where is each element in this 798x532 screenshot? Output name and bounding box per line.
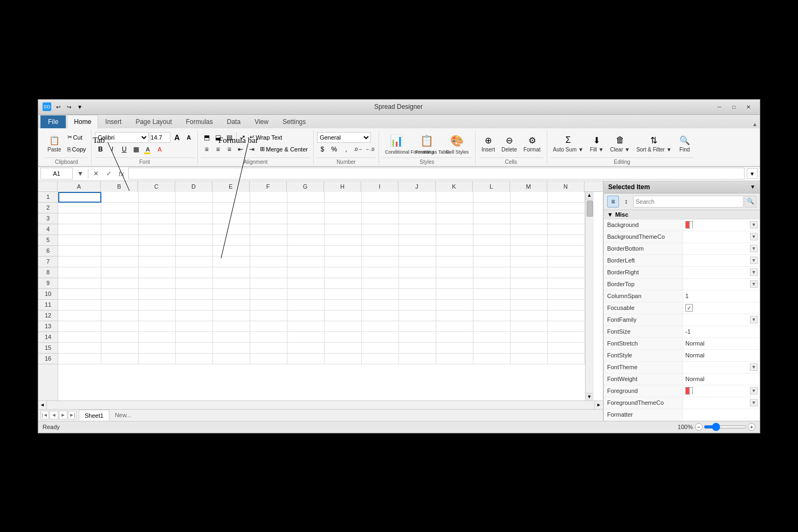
prop-value-font-stretch[interactable]: Normal <box>683 338 760 349</box>
format-btn[interactable]: ⚙ Format <box>521 132 544 154</box>
formula-confirm-btn[interactable]: ✓ <box>104 168 114 179</box>
sort-filter-btn[interactable]: ⇅ Sort & Filter ▼ <box>634 132 674 154</box>
row-1[interactable]: 1 <box>38 192 58 203</box>
border-bottom-dropdown[interactable]: ▼ <box>750 245 758 252</box>
row-11[interactable]: 11 <box>38 300 58 310</box>
scroll-thumb[interactable] <box>587 201 593 217</box>
paste-button[interactable]: 📋 Paste <box>45 132 64 154</box>
cell-a2[interactable] <box>58 203 101 213</box>
sheet-next-btn[interactable]: ► <box>59 411 67 419</box>
copy-button[interactable]: ⎘ Copy <box>65 144 88 155</box>
zoom-out-btn[interactable]: − <box>695 423 703 431</box>
focusable-checkbox[interactable]: ✓ <box>685 304 693 312</box>
row-3[interactable]: 3 <box>38 213 58 224</box>
prop-value-focusable[interactable]: ✓ <box>683 302 760 314</box>
scroll-down-btn[interactable]: ▼ <box>586 393 593 400</box>
align-left-btn[interactable]: ≡ <box>201 144 212 155</box>
ribbon-collapse[interactable]: ▲ <box>752 121 758 127</box>
row-7[interactable]: 7 <box>38 257 58 267</box>
conditional-formatting-btn[interactable]: 📊 Conditional Formatting <box>382 130 411 156</box>
row-9[interactable]: 9 <box>38 278 58 289</box>
prop-list-view-btn[interactable]: ≡ <box>607 196 619 208</box>
percent-btn[interactable]: % <box>329 144 340 155</box>
col-header-b[interactable]: B <box>101 181 138 192</box>
cell-l1[interactable] <box>473 192 511 203</box>
prop-value-border-bottom[interactable]: ▼ <box>683 243 760 254</box>
col-header-n[interactable]: N <box>547 181 584 192</box>
tab-home[interactable]: Home <box>67 115 98 129</box>
increase-decimal-btn[interactable]: .0→ <box>353 144 363 155</box>
tab-formulas[interactable]: Formulas <box>179 115 220 128</box>
italic-button[interactable]: I <box>107 144 118 155</box>
property-search-btn[interactable]: 🔍 <box>745 196 756 208</box>
tab-file[interactable]: File <box>40 115 66 128</box>
col-header-j[interactable]: J <box>398 181 436 192</box>
delete-btn[interactable]: ⊖ Delete <box>499 132 520 154</box>
cell-b1[interactable] <box>101 192 139 203</box>
decrease-decimal-btn[interactable]: ←.0 <box>364 144 375 155</box>
row-10[interactable]: 10 <box>38 289 58 300</box>
col-header-h[interactable]: H <box>324 181 361 192</box>
cut-button[interactable]: ✂ Cut <box>65 132 88 143</box>
cell-f1[interactable] <box>250 192 287 203</box>
insert-btn[interactable]: ⊕ Insert <box>479 132 498 154</box>
col-header-k[interactable]: K <box>436 181 473 192</box>
formula-bar-expand[interactable]: ▼ <box>747 168 758 179</box>
format-as-table-btn[interactable]: 📋 Format as Table <box>412 130 442 156</box>
underline-button[interactable]: U <box>119 144 129 155</box>
wrap-text-btn[interactable]: ↵ Wrap Text <box>247 132 284 143</box>
col-header-m[interactable]: M <box>510 181 547 192</box>
sheet-tab-new[interactable]: New... <box>111 410 136 420</box>
row-15[interactable]: 15 <box>38 343 58 354</box>
prop-value-font-size[interactable]: -1 <box>683 326 760 337</box>
prop-value-border-left[interactable]: ▼ <box>683 255 760 266</box>
cell-reference[interactable] <box>40 168 73 179</box>
fill-color-btn[interactable]: A <box>142 144 153 155</box>
prop-value-bg-theme[interactable]: ▼ <box>683 231 760 243</box>
row-8[interactable]: 8 <box>38 267 58 278</box>
col-header-c[interactable]: C <box>138 181 175 192</box>
undo-btn[interactable]: ↩ <box>53 102 63 112</box>
sheet-tab-sheet1[interactable]: Sheet1 <box>79 410 109 420</box>
close-btn[interactable]: ✕ <box>741 101 755 112</box>
cell-n1[interactable] <box>548 192 585 203</box>
zoom-in-btn[interactable]: + <box>748 423 755 431</box>
clear-btn[interactable]: 🗑 Clear ▼ <box>608 132 633 154</box>
border-top-dropdown[interactable]: ▼ <box>750 280 758 288</box>
cell-k1[interactable] <box>436 192 473 203</box>
row-16[interactable]: 16 <box>38 354 58 364</box>
misc-group-header[interactable]: ▼ Misc <box>604 210 760 219</box>
prop-sort-btn[interactable]: ↕ <box>620 196 632 208</box>
col-header-f[interactable]: F <box>250 181 287 192</box>
align-bottom-btn[interactable]: ▤ <box>224 132 235 143</box>
prop-value-column-span[interactable]: 1 <box>683 291 760 302</box>
prop-value-font-weight[interactable]: Normal <box>683 374 760 385</box>
find-btn[interactable]: 🔍 Find <box>676 132 694 154</box>
prop-value-border-right[interactable]: ▼ <box>683 267 760 278</box>
col-header-l[interactable]: L <box>473 181 510 192</box>
v-scrollbar[interactable]: ▲ ▼ <box>585 192 594 400</box>
prop-value-fg-theme[interactable]: ▼ <box>683 397 760 409</box>
border-right-dropdown[interactable]: ▼ <box>750 268 758 276</box>
comma-btn[interactable]: , <box>341 144 352 155</box>
number-format-select[interactable]: General <box>317 132 371 143</box>
font-shrink-btn[interactable]: A <box>183 132 194 143</box>
property-search-input[interactable] <box>633 196 744 208</box>
prop-value-border-top[interactable]: ▼ <box>683 279 760 290</box>
header-dropdown-icon[interactable]: ▼ <box>750 184 755 190</box>
tab-page-layout[interactable]: Page Layout <box>128 115 178 128</box>
font-family-dropdown[interactable]: ▼ <box>750 316 758 323</box>
col-header-e[interactable]: E <box>212 181 250 192</box>
align-middle-btn[interactable]: ⬓ <box>212 132 223 143</box>
align-top-btn[interactable]: ⬒ <box>201 132 212 143</box>
font-size-input[interactable] <box>150 132 170 143</box>
sheet-last-btn[interactable]: ►| <box>68 411 77 419</box>
font-family-select[interactable]: Calibri <box>95 132 149 143</box>
indent-less-btn[interactable]: ⇤ <box>235 144 246 155</box>
scroll-left-btn[interactable]: ◄ <box>38 400 47 409</box>
more-btn[interactable]: ▼ <box>75 102 85 112</box>
redo-btn[interactable]: ↪ <box>64 102 74 112</box>
row-13[interactable]: 13 <box>38 321 58 332</box>
formula-input[interactable] <box>128 168 745 179</box>
formula-cancel-btn[interactable]: ✕ <box>91 168 101 179</box>
